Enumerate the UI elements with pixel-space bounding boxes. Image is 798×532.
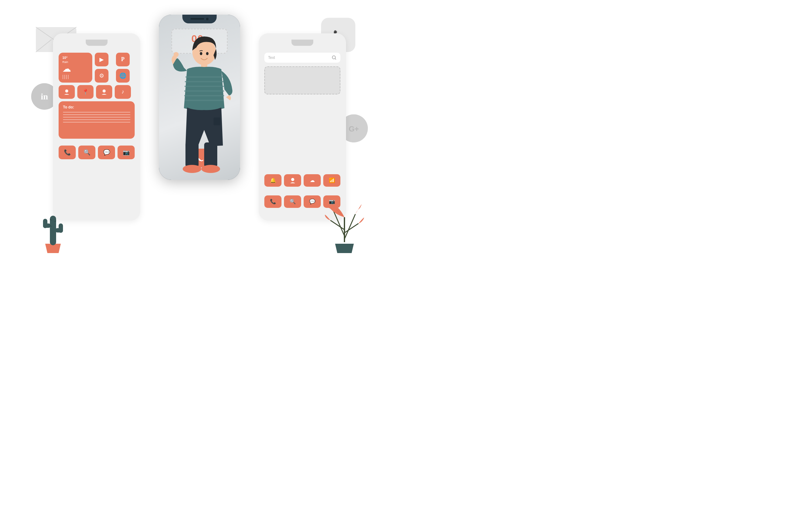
right-plant bbox=[324, 192, 365, 254]
todo-label: To do: bbox=[63, 105, 130, 109]
left-back-phone: 10° Rain ☁ |||| ▶ ⚙ P 🌐 📍 ♪ bbox=[53, 33, 140, 220]
svg-point-13 bbox=[291, 178, 294, 181]
app-icons-col2: P 🌐 bbox=[116, 53, 135, 82]
left-phone-notch-area bbox=[59, 40, 135, 49]
app-icon-pinterest[interactable]: P bbox=[116, 53, 130, 66]
bell-icon[interactable]: 🔔 bbox=[264, 174, 282, 187]
right-phone-notch-area bbox=[264, 40, 340, 49]
weather-rain-icon: |||| bbox=[62, 74, 89, 79]
right-phone-icon-row: 🔔 ☁ 📶 bbox=[264, 174, 340, 187]
svg-text:in: in bbox=[41, 92, 48, 101]
spacer bbox=[264, 98, 340, 174]
clock-widget: 00: Friday bbox=[171, 29, 228, 54]
left-plant bbox=[34, 198, 72, 254]
contacts-icon[interactable] bbox=[284, 174, 301, 187]
clock-day: Friday bbox=[178, 44, 221, 49]
wifi-icon[interactable]: 📶 bbox=[323, 174, 340, 187]
app-icon-browser[interactable]: 🌐 bbox=[116, 69, 130, 82]
weather-condition: Rain bbox=[62, 60, 89, 63]
rp-bottom-search[interactable]: 🔍 bbox=[284, 195, 301, 208]
app-icon-tiktok[interactable]: ♪ bbox=[115, 85, 131, 99]
search-icon bbox=[332, 55, 337, 60]
svg-line-36 bbox=[344, 224, 359, 233]
weather-row: 10° Rain ☁ |||| ▶ ⚙ P 🌐 bbox=[59, 53, 135, 82]
rp-bottom-phone[interactable]: 📞 bbox=[264, 195, 282, 208]
app-row-2: 📍 ♪ bbox=[59, 85, 135, 99]
content-placeholder-1 bbox=[264, 66, 340, 94]
cactus-svg bbox=[34, 198, 72, 254]
todo-lines bbox=[63, 112, 130, 122]
rp-bottom-whatsapp[interactable]: 💬 bbox=[304, 195, 321, 208]
bottom-whatsapp-icon[interactable]: 💬 bbox=[98, 146, 115, 159]
todo-widget: To do: bbox=[59, 101, 135, 139]
weather-temp: 10° bbox=[62, 56, 89, 59]
center-phone-notch bbox=[182, 15, 217, 23]
left-phone-bottom-bar: 📞 🔍 💬 📷 bbox=[59, 142, 135, 159]
right-phone-notch bbox=[291, 40, 313, 46]
search-box[interactable]: Text bbox=[264, 53, 340, 63]
cloud-icon[interactable]: ☁ bbox=[304, 174, 321, 187]
svg-text:G+: G+ bbox=[349, 125, 359, 133]
app-icons-col: ▶ ⚙ bbox=[95, 53, 113, 82]
clock-time: 00: bbox=[178, 33, 221, 44]
bottom-search-icon[interactable]: 🔍 bbox=[78, 146, 95, 159]
svg-line-12 bbox=[335, 58, 336, 59]
svg-point-10 bbox=[102, 90, 106, 93]
svg-point-9 bbox=[65, 90, 68, 93]
app-icon-1[interactable] bbox=[59, 85, 75, 99]
svg-rect-28 bbox=[59, 224, 63, 233]
tropical-plant-svg bbox=[324, 192, 365, 254]
bottom-instagram-icon[interactable]: 📷 bbox=[117, 146, 135, 159]
app-icon-youtube[interactable]: ▶ bbox=[95, 53, 109, 66]
bottom-phone-icon[interactable]: 📞 bbox=[59, 146, 76, 159]
app-icon-settings[interactable]: ⚙ bbox=[95, 69, 109, 82]
center-phone: 00: Friday bbox=[159, 15, 240, 180]
notch-speaker bbox=[190, 18, 204, 20]
weather-widget: 10° Rain ☁ |||| bbox=[59, 53, 92, 82]
app-icon-2[interactable] bbox=[96, 85, 112, 99]
svg-line-35 bbox=[330, 220, 344, 230]
weather-cloud-icon: ☁ bbox=[62, 64, 89, 73]
left-phone-notch bbox=[86, 40, 108, 46]
search-placeholder-text: Text bbox=[268, 56, 329, 60]
right-phone-content: Text 🔔 ☁ 📶 📞 🔍 bbox=[264, 53, 340, 208]
svg-rect-26 bbox=[43, 219, 48, 228]
center-phone-call-icon[interactable] bbox=[190, 149, 209, 167]
call-icon-svg bbox=[195, 153, 204, 163]
scene: 📞 in G+ 10° Rain ☁ |||| ▶ bbox=[28, 8, 371, 258]
app-icon-location[interactable]: 📍 bbox=[77, 85, 94, 99]
notch-camera bbox=[206, 18, 209, 20]
